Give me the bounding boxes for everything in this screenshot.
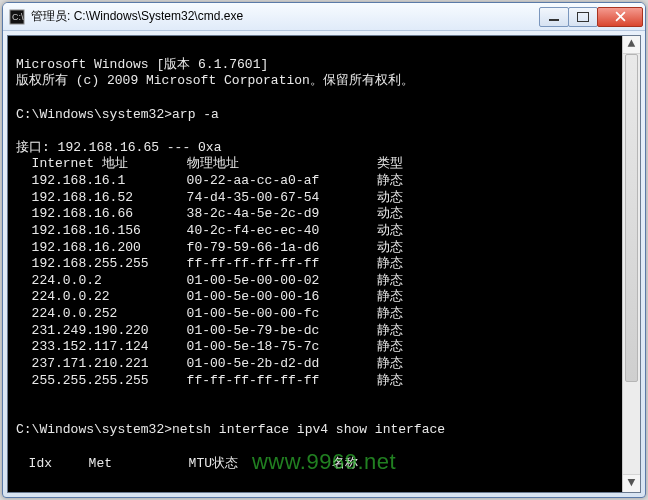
cmd-icon: C:\ — [9, 9, 25, 25]
banner-line: 版权所有 (c) 2009 Microsoft Corporation。保留所有… — [16, 73, 414, 88]
table-row: 224.0.0.2201-00-5e-00-00-16静态 — [16, 289, 403, 304]
table-row: 192.168.16.200f0-79-59-66-1a-d6动态 — [16, 240, 403, 255]
interface-line: 接口: 192.168.16.65 --- 0xa — [16, 140, 221, 155]
close-icon — [615, 11, 626, 22]
window-buttons — [540, 7, 643, 27]
close-button[interactable] — [597, 7, 643, 27]
netsh-header: Idx Met MTU 状态 名称 — [16, 456, 640, 473]
scroll-down-button[interactable]: ▼ — [623, 474, 640, 492]
arp-header-row: Internet 地址物理地址类型 — [16, 156, 403, 171]
table-row: 233.152.117.12401-00-5e-18-75-7c静态 — [16, 339, 403, 354]
table-row: 192.168.255.255ff-ff-ff-ff-ff-ff静态 — [16, 256, 403, 271]
table-row: 192.168.16.6638-2c-4a-5e-2c-d9动态 — [16, 206, 403, 221]
scroll-track[interactable] — [623, 54, 640, 474]
table-row: 224.0.0.25201-00-5e-00-00-fc静态 — [16, 306, 403, 321]
table-row: 231.249.190.22001-00-5e-79-be-dc静态 — [16, 323, 403, 338]
maximize-button[interactable] — [568, 7, 598, 27]
minimize-button[interactable] — [539, 7, 569, 27]
terminal-output[interactable]: Microsoft Windows [版本 6.1.7601] 版权所有 (c)… — [7, 35, 641, 493]
table-row: 192.168.16.15640-2c-f4-ec-ec-40动态 — [16, 223, 403, 238]
table-row: 224.0.0.201-00-5e-00-00-02静态 — [16, 273, 403, 288]
netsh-divider: --- ---------- ---------- ------------ -… — [16, 489, 640, 493]
table-row: 255.255.255.255ff-ff-ff-ff-ff-ff静态 — [16, 373, 403, 388]
table-row: 192.168.16.100-22-aa-cc-a0-af静态 — [16, 173, 403, 188]
window-title: 管理员: C:\Windows\System32\cmd.exe — [31, 8, 540, 25]
cmd-window: C:\ 管理员: C:\Windows\System32\cmd.exe Mic… — [2, 2, 646, 498]
scroll-up-button[interactable]: ▲ — [623, 36, 640, 54]
prompt-line: C:\Windows\system32>netsh interface ipv4… — [16, 422, 445, 437]
scroll-thumb[interactable] — [625, 54, 638, 382]
table-row: 192.168.16.5274-d4-35-00-67-54动态 — [16, 190, 403, 205]
titlebar[interactable]: C:\ 管理员: C:\Windows\System32\cmd.exe — [3, 3, 645, 31]
svg-text:C:\: C:\ — [12, 12, 24, 22]
banner-line: Microsoft Windows [版本 6.1.7601] — [16, 57, 268, 72]
prompt-line: C:\Windows\system32>arp -a — [16, 107, 219, 122]
arp-table: 192.168.16.100-22-aa-cc-a0-af静态 192.168.… — [16, 173, 640, 389]
table-row: 237.171.210.22101-00-5e-2b-d2-dd静态 — [16, 356, 403, 371]
vertical-scrollbar[interactable]: ▲ ▼ — [622, 36, 640, 492]
